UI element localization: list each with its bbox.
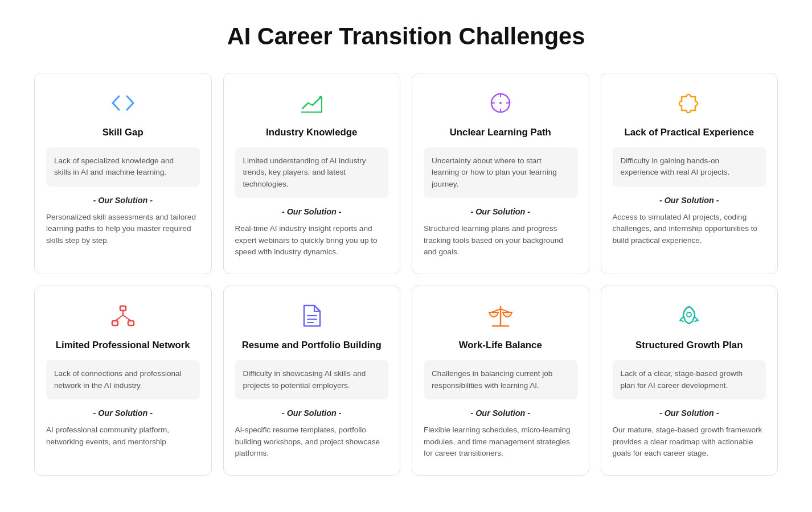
page-title: AI Career Transition Challenges xyxy=(34,23,778,50)
solution-label-skill-gap: - Our Solution - xyxy=(93,196,153,205)
card-skill-gap: Skill Gap Lack of specialized knowledge … xyxy=(34,73,212,274)
card-desc-unclear-learning-path: Uncertainty about where to start learnin… xyxy=(432,155,569,190)
card-desc-industry-knowledge: Limited understanding of AI industry tre… xyxy=(243,155,381,190)
svg-point-0 xyxy=(319,96,322,99)
card-industry-knowledge: Industry Knowledge Limited understanding… xyxy=(223,73,401,274)
svg-rect-8 xyxy=(112,321,118,325)
card-limited-network: Limited Professional Network Lack of con… xyxy=(34,286,212,476)
solution-label-limited-network: - Our Solution - xyxy=(93,408,153,418)
card-title-skill-gap: Skill Gap xyxy=(102,127,143,138)
solution-text-industry-knowledge: Real-time AI industry insight reports an… xyxy=(235,223,389,258)
code-icon xyxy=(112,89,134,117)
card-desc-work-life-balance: Challenges in balancing current job resp… xyxy=(432,368,569,391)
card-structured-growth: Structured Growth Plan Lack of a clear, … xyxy=(601,286,778,476)
svg-line-11 xyxy=(115,315,123,321)
solution-label-structured-growth: - Our Solution - xyxy=(659,408,719,418)
solution-text-limited-network: AI professional community platform, netw… xyxy=(46,424,200,448)
solution-text-lack-practical-experience: Access to simulated AI projects, coding … xyxy=(613,212,766,246)
card-resume-portfolio: Resume and Portfolio Building Difficulty… xyxy=(223,286,401,476)
network-icon xyxy=(111,302,135,329)
puzzle-icon xyxy=(677,89,701,117)
solution-text-skill-gap: Personalized skill assessments and tailo… xyxy=(46,212,200,246)
card-desc-structured-growth: Lack of a clear, stage-based growth plan… xyxy=(621,368,758,391)
card-lack-practical-experience: Lack of Practical Experience Difficulty … xyxy=(601,73,778,274)
card-desc-box-industry-knowledge: Limited understanding of AI industry tre… xyxy=(235,147,389,198)
card-title-lack-practical-experience: Lack of Practical Experience xyxy=(624,127,754,138)
card-title-resume-portfolio: Resume and Portfolio Building xyxy=(242,340,382,351)
card-desc-box-work-life-balance: Challenges in balancing current job resp… xyxy=(424,360,577,399)
solution-label-unclear-learning-path: - Our Solution - xyxy=(470,207,530,216)
card-desc-box-limited-network: Lack of connections and professional net… xyxy=(46,360,200,399)
solution-label-industry-knowledge: - Our Solution - xyxy=(282,207,342,216)
card-title-industry-knowledge: Industry Knowledge xyxy=(266,127,357,138)
card-desc-box-skill-gap: Lack of specialized knowledge and skills… xyxy=(46,147,200,187)
card-unclear-learning-path: Unclear Learning Path Uncertainty about … xyxy=(412,73,589,274)
solution-text-unclear-learning-path: Structured learning plans and progress t… xyxy=(424,223,577,258)
doc-icon xyxy=(302,302,321,329)
svg-point-2 xyxy=(499,102,502,104)
card-title-structured-growth: Structured Growth Plan xyxy=(635,340,743,351)
rocket-icon xyxy=(678,302,700,329)
solution-label-work-life-balance: - Our Solution - xyxy=(470,408,530,418)
solution-text-resume-portfolio: AI-specific resume templates, portfolio … xyxy=(235,424,389,459)
card-title-limited-network: Limited Professional Network xyxy=(56,340,190,351)
svg-line-12 xyxy=(123,315,131,321)
solution-label-resume-portfolio: - Our Solution - xyxy=(282,408,342,418)
svg-point-20 xyxy=(687,312,691,317)
svg-rect-9 xyxy=(128,321,134,325)
card-desc-resume-portfolio: Difficulty in showcasing AI skills and p… xyxy=(243,368,381,391)
card-desc-limited-network: Lack of connections and professional net… xyxy=(54,368,192,391)
card-desc-box-unclear-learning-path: Uncertainty about where to start learnin… xyxy=(424,147,577,198)
card-desc-box-resume-portfolio: Difficulty in showcasing AI skills and p… xyxy=(235,360,389,399)
card-desc-box-structured-growth: Lack of a clear, stage-based growth plan… xyxy=(613,360,766,399)
solution-text-work-life-balance: Flexible learning schedules, micro-learn… xyxy=(424,424,577,459)
card-title-work-life-balance: Work-Life Balance xyxy=(459,340,542,351)
solution-text-structured-growth: Our mature, stage-based growth framework… xyxy=(613,424,766,459)
svg-rect-7 xyxy=(120,306,126,311)
card-title-unclear-learning-path: Unclear Learning Path xyxy=(450,127,551,138)
chart-icon xyxy=(300,89,323,117)
scale-icon xyxy=(488,302,513,329)
cards-grid: Skill Gap Lack of specialized knowledge … xyxy=(34,73,778,476)
solution-label-lack-practical-experience: - Our Solution - xyxy=(659,196,719,205)
compass-icon xyxy=(490,89,511,117)
card-work-life-balance: Work-Life Balance Challenges in balancin… xyxy=(412,286,589,476)
card-desc-lack-practical-experience: Difficulty in gaining hands-on experienc… xyxy=(621,155,758,179)
card-desc-box-lack-practical-experience: Difficulty in gaining hands-on experienc… xyxy=(613,147,766,187)
card-desc-skill-gap: Lack of specialized knowledge and skills… xyxy=(54,155,192,179)
